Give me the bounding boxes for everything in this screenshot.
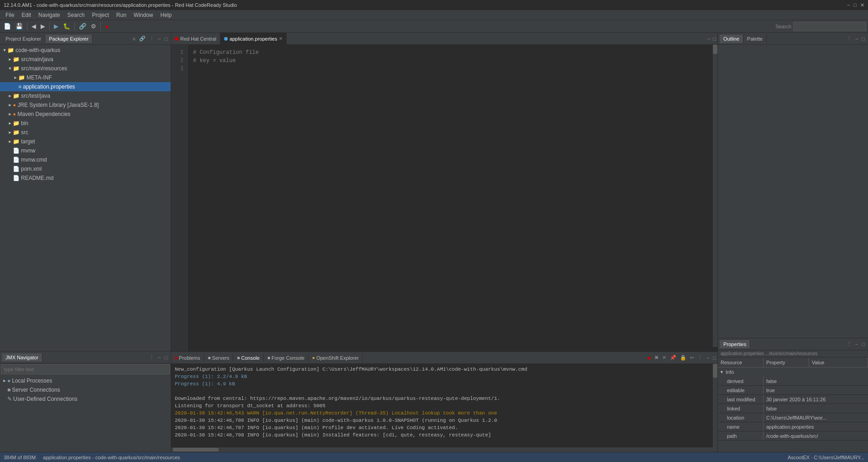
tree-item-target[interactable]: ► 📁 target [0, 137, 171, 146]
folder-icon: 📁 [13, 129, 20, 136]
run-button[interactable]: ▶ [52, 21, 60, 31]
console-word-wrap[interactable]: ↩ [689, 354, 695, 361]
tree-item-src[interactable]: ► 📁 src [0, 128, 171, 137]
col-property: Property [763, 357, 809, 367]
outline-maximize[interactable]: □ [860, 35, 866, 42]
maximize-panel-button[interactable]: □ [163, 35, 169, 42]
console-hscrollbar[interactable] [171, 447, 717, 452]
toolbar-sep-1 [27, 22, 27, 31]
menu-help[interactable]: Help [157, 11, 176, 19]
tab-problems[interactable]: ■ Problems [171, 354, 204, 362]
debug-button[interactable]: 🐛 [61, 21, 72, 31]
forward-button[interactable]: ▶ [39, 21, 47, 31]
tree-item-src-main-resources[interactable]: ▼ 📁 src/main/resources [0, 64, 171, 73]
tab-project-explorer[interactable]: Project Explorer [2, 35, 45, 43]
jmx-btn1[interactable]: ⋮ [148, 354, 156, 361]
tree-item-bin[interactable]: ► 📁 bin [0, 119, 171, 128]
openshift-tab-icon: ● [312, 355, 315, 360]
menu-navigate[interactable]: Navigate [35, 11, 63, 19]
tree-item-jre[interactable]: ► ● JRE System Library [JavaSE-1.8] [0, 100, 171, 110]
save-button[interactable]: 💾 [14, 21, 25, 31]
explorer-menu-button[interactable]: ⋮ [148, 35, 156, 42]
editor-vscrollbar[interactable] [713, 45, 717, 347]
tab-jmx-navigator[interactable]: JMX Navigator [2, 353, 42, 362]
menu-run[interactable]: Run [113, 11, 130, 19]
prop-row-lastmodified: last modified 30 janvier 2020 à 16:11:26 [718, 395, 868, 404]
properties-btn1[interactable]: ⋮ [845, 341, 853, 347]
properties-minimize[interactable]: − [854, 341, 859, 347]
tab-application-properties[interactable]: application.properties ✕ [220, 33, 287, 45]
tab-red-hat-central[interactable]: Red Hat Central [171, 33, 220, 45]
outline-minimize[interactable]: − [854, 35, 859, 42]
console-scroll-thumb[interactable] [713, 364, 717, 378]
tree-item-maven-deps[interactable]: ► ● Maven Dependencies [0, 110, 171, 119]
properties-panel: Properties ⋮ − □ application.properties … [718, 338, 868, 452]
toolbar-btn-misc2[interactable]: ⚙ [89, 21, 98, 31]
editor-vscrollbar-thumb[interactable] [713, 45, 717, 54]
tree-item-mvnw[interactable]: 📄 mvnw [0, 146, 171, 155]
jmx-minimize[interactable]: − [157, 354, 162, 361]
toolbar-btn-misc1[interactable]: 🔗 [77, 21, 88, 31]
minimize-button[interactable]: − [847, 2, 850, 8]
tab-outline[interactable]: Outline [720, 35, 743, 43]
editor-maximize[interactable]: □ [711, 36, 717, 42]
link-editor-button[interactable]: 🔗 [138, 35, 147, 42]
tree-item-application-properties[interactable]: ■ application.properties [0, 82, 171, 91]
code-editor[interactable]: # Configuration file # key = value [188, 45, 717, 352]
tree-item-meta-inf[interactable]: ► 📁 META-INF [0, 73, 171, 82]
console-maximize[interactable]: □ [711, 355, 717, 361]
minimize-panel-button[interactable]: − [157, 35, 162, 42]
close-button[interactable]: ✕ [860, 2, 864, 8]
tree-item-mvnw-cmd[interactable]: 📄 mvnw.cmd [0, 155, 171, 164]
tab-properties[interactable]: Properties [720, 340, 750, 348]
back-button[interactable]: ◀ [30, 21, 38, 31]
toolbar-sep-2 [49, 22, 50, 31]
tab-openshift-explorer[interactable]: ● OpenShift Explorer [309, 354, 363, 362]
console-hscroll-thumb[interactable] [173, 448, 219, 452]
red-hat-button[interactable]: ● [103, 21, 110, 31]
tree-item-project[interactable]: ▼ 📁 code-with-quarkus [0, 46, 171, 55]
tab-palette[interactable]: Palette [743, 35, 767, 43]
close-tab-button[interactable]: ✕ [279, 36, 282, 41]
props-section-info[interactable]: ▼ Info [718, 368, 868, 377]
jmx-server-connections[interactable]: ■ Server Connections [0, 385, 171, 394]
line-num-1: 1 [175, 48, 183, 57]
menu-edit[interactable]: Edit [18, 11, 35, 19]
console-clear[interactable]: ✖ [653, 354, 660, 361]
console-close[interactable]: ✕ [661, 354, 668, 361]
console-minimize[interactable]: − [705, 355, 711, 361]
console-stop[interactable]: ■ [646, 355, 652, 361]
jmx-local-processes[interactable]: ► ● Local Processes [0, 376, 171, 385]
menu-search[interactable]: Search [63, 11, 88, 19]
folder-icon: 📁 [18, 74, 25, 81]
properties-maximize[interactable]: □ [860, 341, 866, 347]
tree-item-readme[interactable]: 📄 README.md [0, 173, 171, 183]
menu-project[interactable]: Project [88, 11, 112, 19]
tab-forge-console[interactable]: ■ Forge Console [264, 354, 309, 362]
console-pin[interactable]: 📌 [669, 354, 678, 361]
search-input[interactable] [793, 22, 866, 31]
props-tab-icon [224, 37, 228, 41]
jmx-maximize[interactable]: □ [163, 354, 169, 361]
outline-btn1[interactable]: ⋮ [845, 35, 853, 42]
tree-item-pom-xml[interactable]: 📄 pom.xml [0, 164, 171, 173]
console-menu[interactable]: ⋮ [696, 354, 704, 361]
tree-item-src-test-java[interactable]: ► 📁 src/test/java [0, 91, 171, 100]
new-button[interactable]: 📄 [2, 21, 13, 31]
menu-file[interactable]: File [2, 11, 18, 19]
collapse-all-button[interactable]: ≡ [131, 35, 136, 42]
console-scroll-lock[interactable]: 🔒 [679, 354, 688, 361]
editor-minimize[interactable]: − [706, 36, 711, 42]
outline-tabs: Outline Palette [720, 35, 843, 43]
maximize-button[interactable]: □ [853, 2, 857, 8]
properties-actions: ⋮ − □ [845, 341, 866, 347]
console-vscrollbar[interactable] [713, 364, 717, 447]
tab-package-explorer[interactable]: Package Explorer [45, 35, 93, 43]
tab-console[interactable]: ■ Console [233, 354, 263, 362]
console-panel: ■ Problems ■ Servers ■ Console ■ Forge C… [171, 352, 717, 452]
jmx-filter-input[interactable] [1, 364, 170, 374]
jmx-user-connections[interactable]: ✎ User-Defined Connections [0, 394, 171, 404]
tab-servers[interactable]: ■ Servers [204, 354, 234, 362]
tree-item-src-main-java[interactable]: ► 📁 src/main/java [0, 55, 171, 64]
menu-window[interactable]: Window [130, 11, 157, 19]
